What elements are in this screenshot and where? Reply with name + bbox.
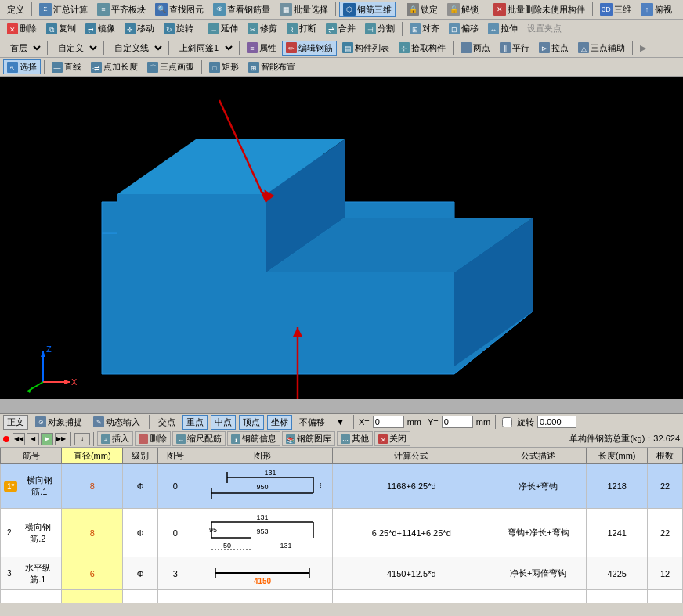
- btn-batch-delete[interactable]: ✕ 批量删除未使用构件: [490, 2, 589, 17]
- btn-vertex[interactable]: 顶点: [239, 415, 264, 430]
- layer-select[interactable]: 首层: [3, 40, 44, 56]
- btn-line[interactable]: — 直线: [48, 59, 85, 74]
- btn-nav-prev[interactable]: ◀: [27, 433, 39, 445]
- svg-text:X: X: [71, 377, 78, 387]
- col-header-count: 根数: [648, 448, 683, 464]
- btn-edit-rebar[interactable]: ✏ 编辑钢筋: [282, 41, 337, 56]
- row3-name: 水平纵筋.1: [18, 562, 59, 585]
- btn-pull-point[interactable]: ⊳ 拉点: [535, 41, 573, 56]
- btn-point-length[interactable]: ·⇌ 点加长度: [87, 59, 142, 74]
- btn-merge[interactable]: ⇌ 合并: [322, 21, 360, 36]
- svg-text:131: 131: [257, 513, 269, 521]
- btn-property[interactable]: ≡ 属性: [243, 41, 280, 56]
- btn-copy[interactable]: ⧉ 复制: [42, 21, 80, 36]
- btn-offset[interactable]: ⊡ 偏移: [445, 21, 482, 36]
- btn-rebar-3d[interactable]: ⬡ 钢筋三维: [339, 2, 396, 17]
- btn-move[interactable]: ✛ 移动: [121, 21, 158, 36]
- btn-rect[interactable]: □ 矩形: [205, 59, 243, 74]
- btn-view-rebar[interactable]: 👁 查看钢筋量: [209, 2, 274, 17]
- btn-trim[interactable]: ✂ 修剪: [244, 21, 281, 36]
- btn-unlock[interactable]: 🔓 解锁: [443, 2, 482, 17]
- btn-coord[interactable]: 坐标: [267, 415, 292, 430]
- btn-nav-last[interactable]: ▶▶: [55, 433, 67, 445]
- btn-edit-more[interactable]: ▶: [636, 41, 650, 55]
- type-select[interactable]: 自定义: [51, 40, 100, 56]
- btn-close[interactable]: ✕ 关闭: [374, 431, 410, 446]
- col-header-shape: 图形: [193, 448, 333, 464]
- table-row-4[interactable]: [1, 590, 683, 603]
- table-row-3[interactable]: 3 水平纵筋.1 6 Φ 3 4150 4150+12.5*d: [1, 557, 683, 590]
- level-plate-icon: ≡: [97, 3, 110, 16]
- btn-midpoint[interactable]: 中点: [211, 415, 236, 430]
- btn-nav-first[interactable]: ◀◀: [13, 433, 25, 445]
- btn-grip[interactable]: 设置夹点: [523, 21, 566, 36]
- btn-three-arc[interactable]: ⌒ 三点画弧: [143, 59, 198, 74]
- sep-5: [592, 2, 593, 16]
- btn-offset-dropdown[interactable]: ▼: [332, 416, 349, 428]
- btn-rebar-info[interactable]: ℹ 钢筋信息: [227, 431, 280, 446]
- btn-lock[interactable]: 🔒 锁定: [403, 2, 442, 17]
- cell-row3-level: Φ: [123, 557, 158, 590]
- comp-list-icon: ▤: [342, 42, 353, 53]
- btn-scale-rebar[interactable]: ↔ 缩尺配筋: [172, 431, 226, 446]
- btn-down[interactable]: ↓: [74, 433, 90, 445]
- btn-break[interactable]: ⌇ 打断: [283, 21, 320, 36]
- cell-row2-count: 22: [648, 509, 683, 557]
- btn-summary[interactable]: Σ 汇总计算: [35, 2, 92, 17]
- cell-row3-shape: 4150: [193, 557, 333, 590]
- btn-normal-text[interactable]: 正文: [3, 415, 28, 430]
- table-row-2[interactable]: 2 横向钢筋.2 8 Φ 0 131 953 95: [1, 509, 683, 557]
- sep-s2: [353, 415, 354, 429]
- btn-delete[interactable]: ✕ 删除: [3, 21, 41, 36]
- btn-delete-row[interactable]: - 删除: [135, 431, 171, 446]
- svg-marker-3: [117, 272, 454, 366]
- svg-text:131: 131: [280, 542, 292, 549]
- x-input[interactable]: [373, 416, 404, 428]
- btn-parallel[interactable]: ∥ 平行: [496, 41, 533, 56]
- btn-two-point[interactable]: ·—· 两点: [457, 41, 494, 56]
- btn-three-point-aux[interactable]: △ 三点辅助: [574, 41, 629, 56]
- btn-endpoint[interactable]: 重点: [182, 415, 208, 430]
- btn-select[interactable]: ↖ 选择: [3, 59, 41, 74]
- btn-extend[interactable]: → 延伸: [204, 21, 242, 36]
- btn-insert[interactable]: + 插入: [97, 431, 133, 446]
- btn-align[interactable]: ⊞ 对齐: [406, 21, 443, 36]
- btn-split[interactable]: ⊣ 分割: [361, 21, 399, 36]
- btn-component-list[interactable]: ▤ 构件列表: [338, 41, 393, 56]
- btn-top-view[interactable]: ↑ 俯视: [637, 2, 676, 17]
- btn-no-offset[interactable]: 不偏移: [295, 415, 329, 430]
- batch-select-icon: ▦: [280, 3, 292, 16]
- y-input[interactable]: [442, 416, 473, 428]
- btn-3d[interactable]: 3D 三维: [596, 2, 635, 17]
- pull-point-icon: ⊳: [539, 42, 550, 53]
- btn-mirror[interactable]: ⇄ 镜像: [81, 21, 119, 36]
- btn-batch-select[interactable]: ▦ 批量选择: [276, 2, 332, 17]
- table-row-1[interactable]: 1* 横向钢筋.1 8 Φ 0 131 950: [1, 464, 683, 509]
- x-unit: mm: [407, 417, 421, 427]
- btn-nav-play[interactable]: ▶: [41, 433, 53, 445]
- btn-level-plate[interactable]: ≡ 平齐板块: [93, 2, 150, 17]
- rotate-input[interactable]: [537, 416, 576, 428]
- btn-find-element[interactable]: 🔍 查找图元: [151, 2, 208, 17]
- cell-row4-figno: [157, 590, 193, 603]
- btn-other[interactable]: ⋯ 其他: [337, 431, 373, 446]
- slope-select[interactable]: 上斜雨篷1: [172, 40, 236, 56]
- cell-row1-formula: 1168+6.25*d: [333, 464, 490, 509]
- btn-dynamic-input[interactable]: ✎ 动态输入: [89, 415, 144, 430]
- btn-stretch[interactable]: ↔ 拉伸: [484, 21, 522, 36]
- btn-rebar-lib[interactable]: 📚 钢筋图库: [282, 431, 335, 446]
- btn-define[interactable]: 定义: [3, 2, 28, 17]
- btn-rotate[interactable]: ↻ 旋转: [160, 21, 197, 36]
- btn-snap-object[interactable]: ⊙ 对象捕捉: [31, 415, 86, 430]
- main-viewport[interactable]: Z X: [0, 77, 683, 413]
- col-header-formula: 计算公式: [333, 448, 490, 464]
- rotate-checkbox[interactable]: [502, 417, 512, 427]
- cell-row2-formula: 6.25*d+1141+6.25*d: [333, 509, 490, 557]
- rebar-lib-icon: 📚: [286, 434, 295, 444]
- del-row-icon: -: [139, 434, 148, 444]
- subtype-select[interactable]: 自定义线: [107, 40, 165, 56]
- cell-row2-shape: 131 953 95 50 131: [193, 509, 333, 557]
- btn-smart-layout[interactable]: ⊞ 智能布置: [244, 59, 299, 74]
- btn-pick-component[interactable]: ⊹ 拾取构件: [395, 41, 450, 56]
- btn-intersection[interactable]: 交点: [154, 415, 179, 430]
